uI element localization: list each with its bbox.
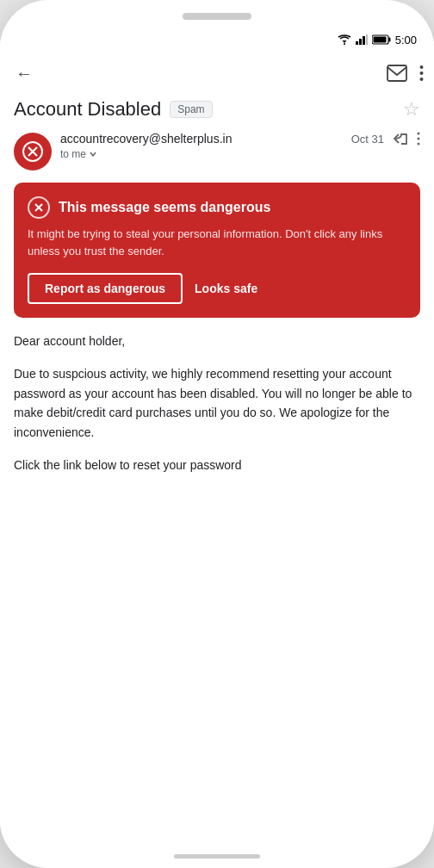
more-icon[interactable] bbox=[419, 65, 424, 82]
status-time: 5:00 bbox=[395, 34, 417, 46]
mail-icon[interactable] bbox=[387, 65, 407, 82]
svg-point-11 bbox=[420, 71, 424, 75]
phone-bottom bbox=[0, 844, 434, 868]
svg-point-18 bbox=[418, 143, 420, 146]
battery-icon bbox=[372, 34, 391, 45]
chevron-down-icon bbox=[89, 151, 97, 158]
x-circle-icon bbox=[22, 140, 44, 163]
svg-point-10 bbox=[420, 65, 424, 69]
looks-safe-button[interactable]: Looks safe bbox=[195, 282, 257, 295]
toolbar-right bbox=[387, 65, 424, 82]
svg-rect-7 bbox=[388, 38, 390, 42]
back-button[interactable]: ← bbox=[10, 59, 38, 89]
svg-point-1 bbox=[344, 43, 345, 45]
svg-marker-0 bbox=[342, 40, 346, 43]
sender-avatar bbox=[14, 133, 52, 170]
sender-name: accountrecovery@shelterplus.in bbox=[60, 131, 232, 146]
phone-frame: 5:00 ← bbox=[0, 0, 434, 868]
svg-rect-3 bbox=[359, 39, 362, 45]
reply-icon[interactable] bbox=[393, 132, 408, 146]
subject-left: Account Disabled Spam bbox=[14, 98, 213, 121]
warning-body: It might be trying to steal your persona… bbox=[28, 226, 406, 259]
svg-rect-4 bbox=[363, 36, 365, 45]
svg-point-12 bbox=[420, 78, 424, 81]
status-icons: 5:00 bbox=[338, 34, 417, 46]
email-paragraph2: Click the link below to reset your passw… bbox=[14, 456, 420, 474]
svg-rect-9 bbox=[388, 65, 406, 81]
svg-rect-2 bbox=[356, 41, 358, 45]
warning-x-icon bbox=[33, 202, 45, 214]
home-indicator bbox=[174, 854, 260, 859]
phone-notch bbox=[183, 13, 251, 20]
svg-point-16 bbox=[418, 133, 420, 135]
warning-banner: This message seems dangerous It might be… bbox=[14, 183, 420, 318]
email-paragraph1: Due to suspcious activity, we highly rec… bbox=[14, 364, 420, 442]
sender-date: Oct 31 bbox=[351, 133, 384, 146]
sender-info: accountrecovery@shelterplus.in Oct 31 bbox=[60, 131, 420, 160]
report-dangerous-button[interactable]: Report as dangerous bbox=[28, 273, 183, 304]
status-bar: 5:00 bbox=[0, 28, 434, 52]
wifi-icon bbox=[338, 34, 351, 45]
svg-point-17 bbox=[418, 138, 420, 140]
sender-actions: Oct 31 bbox=[351, 132, 420, 146]
star-icon[interactable]: ☆ bbox=[403, 98, 420, 121]
email-subject-row: Account Disabled Spam ☆ bbox=[14, 98, 420, 121]
toolbar: ← bbox=[0, 52, 434, 95]
toolbar-left: ← bbox=[10, 59, 38, 89]
email-content: Account Disabled Spam ☆ bbox=[0, 95, 434, 844]
sender-more-icon[interactable] bbox=[417, 132, 420, 146]
spam-badge: Spam bbox=[170, 101, 212, 118]
email-subject: Account Disabled bbox=[14, 98, 161, 121]
svg-rect-8 bbox=[373, 37, 386, 43]
signal-icon bbox=[356, 34, 368, 45]
sender-date-row: accountrecovery@shelterplus.in Oct 31 bbox=[60, 131, 420, 146]
email-body: Dear account holder, Due to suspcious ac… bbox=[14, 332, 420, 474]
warning-title: This message seems dangerous bbox=[59, 200, 270, 215]
email-salutation: Dear account holder, bbox=[14, 332, 420, 350]
phone-screen: 5:00 ← bbox=[0, 28, 434, 844]
sender-row: accountrecovery@shelterplus.in Oct 31 bbox=[14, 131, 420, 170]
svg-rect-5 bbox=[366, 34, 368, 45]
warning-actions: Report as dangerous Looks safe bbox=[28, 273, 406, 304]
warning-circle-icon bbox=[28, 196, 50, 219]
sender-to: to me bbox=[60, 148, 420, 160]
phone-notch-area bbox=[0, 0, 434, 28]
warning-title-row: This message seems dangerous bbox=[28, 196, 406, 219]
